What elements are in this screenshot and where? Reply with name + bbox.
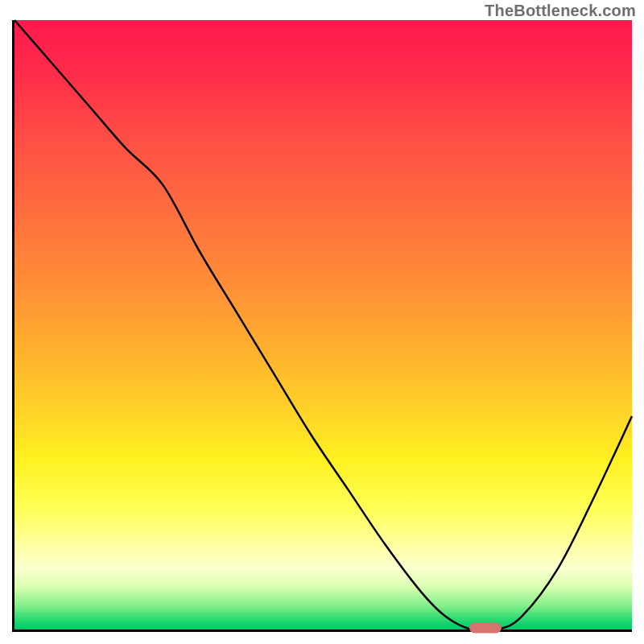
plot-frame [12,20,632,632]
chart-container: TheBottleneck.com [0,0,644,644]
bottleneck-curve [14,20,632,630]
watermark-text: TheBottleneck.com [485,2,636,20]
optimal-range-marker [469,623,502,634]
curve-path [14,20,632,631]
